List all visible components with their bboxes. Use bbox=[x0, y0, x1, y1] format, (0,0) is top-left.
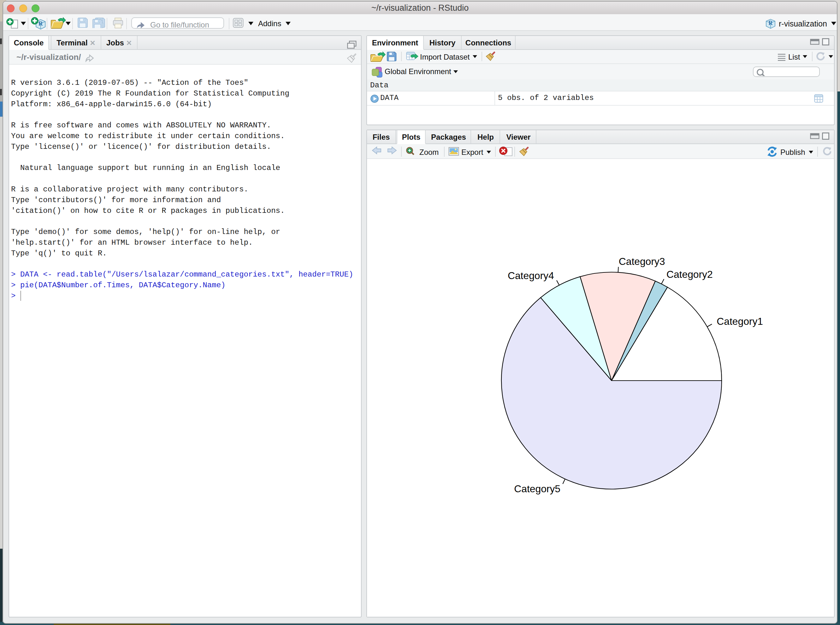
svg-text:R: R bbox=[769, 20, 773, 26]
svg-text:R: R bbox=[39, 20, 43, 27]
svg-text:Category5: Category5 bbox=[514, 483, 560, 494]
svg-text:Category2: Category2 bbox=[667, 269, 713, 280]
svg-text:Category4: Category4 bbox=[508, 270, 554, 281]
svg-text:Category3: Category3 bbox=[619, 256, 665, 267]
svg-text:Category1: Category1 bbox=[717, 316, 763, 327]
